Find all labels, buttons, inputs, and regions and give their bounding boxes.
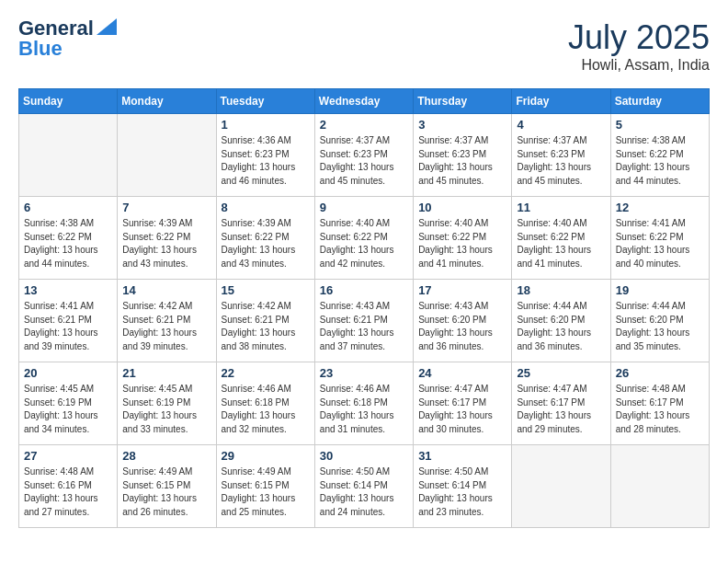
calendar-cell	[118, 114, 216, 197]
calendar-cell: 2Sunrise: 4:37 AMSunset: 6:23 PMDaylight…	[314, 114, 413, 197]
weekday-friday: Friday	[512, 89, 610, 114]
cell-info: Sunrise: 4:39 AMSunset: 6:22 PMDaylight:…	[122, 217, 210, 270]
title-block: July 2025 Howli, Assam, India	[568, 18, 710, 74]
cell-info: Sunrise: 4:44 AMSunset: 6:20 PMDaylight:…	[616, 300, 704, 353]
cell-info: Sunrise: 4:36 AMSunset: 6:23 PMDaylight:…	[222, 134, 310, 188]
day-number: 14	[122, 283, 210, 297]
calendar-cell: 31Sunrise: 4:50 AMSunset: 6:14 PMDayligh…	[414, 445, 512, 528]
day-number: 18	[517, 283, 605, 297]
day-number: 22	[222, 366, 310, 380]
calendar-cell: 16Sunrise: 4:43 AMSunset: 6:21 PMDayligh…	[314, 280, 413, 362]
calendar-cell: 23Sunrise: 4:46 AMSunset: 6:18 PMDayligh…	[314, 362, 413, 445]
calendar-cell: 19Sunrise: 4:44 AMSunset: 6:20 PMDayligh…	[610, 280, 709, 362]
cell-info: Sunrise: 4:39 AMSunset: 6:22 PMDaylight:…	[222, 217, 310, 270]
day-number: 24	[418, 366, 506, 380]
cell-info: Sunrise: 4:48 AMSunset: 6:16 PMDaylight:…	[24, 465, 112, 519]
calendar-cell: 26Sunrise: 4:48 AMSunset: 6:17 PMDayligh…	[610, 362, 709, 445]
week-row-5: 27Sunrise: 4:48 AMSunset: 6:16 PMDayligh…	[19, 445, 710, 528]
day-number: 2	[320, 118, 408, 132]
calendar-cell: 18Sunrise: 4:44 AMSunset: 6:20 PMDayligh…	[512, 280, 610, 362]
calendar-cell: 14Sunrise: 4:42 AMSunset: 6:21 PMDayligh…	[118, 280, 216, 362]
calendar-cell: 21Sunrise: 4:45 AMSunset: 6:19 PMDayligh…	[118, 362, 216, 445]
cell-info: Sunrise: 4:43 AMSunset: 6:20 PMDaylight:…	[418, 300, 506, 353]
calendar-cell	[512, 445, 610, 528]
cell-info: Sunrise: 4:50 AMSunset: 6:14 PMDaylight:…	[320, 465, 408, 519]
cell-info: Sunrise: 4:47 AMSunset: 6:17 PMDaylight:…	[418, 383, 506, 436]
calendar-cell: 20Sunrise: 4:45 AMSunset: 6:19 PMDayligh…	[19, 362, 118, 445]
day-number: 4	[517, 118, 605, 132]
calendar-cell: 6Sunrise: 4:38 AMSunset: 6:22 PMDaylight…	[19, 197, 118, 280]
calendar-cell: 15Sunrise: 4:42 AMSunset: 6:21 PMDayligh…	[216, 280, 314, 362]
cell-info: Sunrise: 4:49 AMSunset: 6:15 PMDaylight:…	[222, 465, 310, 519]
day-number: 3	[418, 118, 506, 132]
cell-info: Sunrise: 4:50 AMSunset: 6:14 PMDaylight:…	[418, 465, 506, 519]
week-row-4: 20Sunrise: 4:45 AMSunset: 6:19 PMDayligh…	[19, 362, 710, 445]
cell-info: Sunrise: 4:46 AMSunset: 6:18 PMDaylight:…	[320, 383, 408, 436]
weekday-sunday: Sunday	[19, 89, 118, 114]
cell-info: Sunrise: 4:38 AMSunset: 6:22 PMDaylight:…	[616, 134, 704, 188]
calendar-cell: 28Sunrise: 4:49 AMSunset: 6:15 PMDayligh…	[118, 445, 216, 528]
calendar-cell: 1Sunrise: 4:36 AMSunset: 6:23 PMDaylight…	[216, 114, 314, 197]
cell-info: Sunrise: 4:42 AMSunset: 6:21 PMDaylight:…	[122, 300, 210, 353]
cell-info: Sunrise: 4:40 AMSunset: 6:22 PMDaylight:…	[517, 217, 605, 270]
logo: General Blue	[18, 18, 117, 59]
cell-info: Sunrise: 4:45 AMSunset: 6:19 PMDaylight:…	[122, 383, 210, 436]
day-number: 7	[122, 201, 210, 214]
cell-info: Sunrise: 4:38 AMSunset: 6:22 PMDaylight:…	[24, 217, 112, 270]
calendar-cell: 8Sunrise: 4:39 AMSunset: 6:22 PMDaylight…	[216, 197, 314, 280]
calendar-table: SundayMondayTuesdayWednesdayThursdayFrid…	[18, 88, 710, 528]
day-number: 23	[320, 366, 408, 380]
week-row-1: 1Sunrise: 4:36 AMSunset: 6:23 PMDaylight…	[19, 114, 710, 197]
day-number: 8	[222, 201, 310, 214]
calendar-cell: 5Sunrise: 4:38 AMSunset: 6:22 PMDaylight…	[610, 114, 709, 197]
cell-info: Sunrise: 4:37 AMSunset: 6:23 PMDaylight:…	[517, 134, 605, 188]
cell-info: Sunrise: 4:41 AMSunset: 6:21 PMDaylight:…	[24, 300, 112, 353]
day-number: 21	[122, 366, 210, 380]
day-number: 26	[616, 366, 704, 380]
weekday-monday: Monday	[118, 89, 216, 114]
week-row-3: 13Sunrise: 4:41 AMSunset: 6:21 PMDayligh…	[19, 280, 710, 362]
weekday-header-row: SundayMondayTuesdayWednesdayThursdayFrid…	[19, 89, 710, 114]
cell-info: Sunrise: 4:37 AMSunset: 6:23 PMDaylight:…	[418, 134, 506, 188]
calendar-cell: 17Sunrise: 4:43 AMSunset: 6:20 PMDayligh…	[414, 280, 512, 362]
svg-marker-0	[97, 18, 117, 35]
calendar-cell	[610, 445, 709, 528]
logo-icon	[97, 18, 117, 35]
day-number: 6	[24, 201, 112, 214]
logo-blue: Blue	[18, 39, 63, 59]
month-title: July 2025	[568, 18, 710, 57]
cell-info: Sunrise: 4:44 AMSunset: 6:20 PMDaylight:…	[517, 300, 605, 353]
day-number: 31	[418, 449, 506, 463]
day-number: 19	[616, 283, 704, 297]
calendar-cell: 13Sunrise: 4:41 AMSunset: 6:21 PMDayligh…	[19, 280, 118, 362]
weekday-saturday: Saturday	[610, 89, 709, 114]
day-number: 9	[320, 201, 408, 214]
calendar-cell: 11Sunrise: 4:40 AMSunset: 6:22 PMDayligh…	[512, 197, 610, 280]
day-number: 16	[320, 283, 408, 297]
day-number: 29	[222, 449, 310, 463]
day-number: 28	[122, 449, 210, 463]
calendar-cell: 9Sunrise: 4:40 AMSunset: 6:22 PMDaylight…	[314, 197, 413, 280]
day-number: 17	[418, 283, 506, 297]
calendar-cell: 10Sunrise: 4:40 AMSunset: 6:22 PMDayligh…	[414, 197, 512, 280]
cell-info: Sunrise: 4:48 AMSunset: 6:17 PMDaylight:…	[616, 383, 704, 436]
cell-info: Sunrise: 4:40 AMSunset: 6:22 PMDaylight:…	[320, 217, 408, 270]
weekday-thursday: Thursday	[414, 89, 512, 114]
calendar-cell: 24Sunrise: 4:47 AMSunset: 6:17 PMDayligh…	[414, 362, 512, 445]
calendar-cell	[19, 114, 118, 197]
location-subtitle: Howli, Assam, India	[568, 57, 710, 74]
day-number: 20	[24, 366, 112, 380]
cell-info: Sunrise: 4:47 AMSunset: 6:17 PMDaylight:…	[517, 383, 605, 436]
cell-info: Sunrise: 4:40 AMSunset: 6:22 PMDaylight:…	[418, 217, 506, 270]
calendar-cell: 4Sunrise: 4:37 AMSunset: 6:23 PMDaylight…	[512, 114, 610, 197]
logo-general: General	[18, 18, 94, 39]
day-number: 1	[222, 118, 310, 132]
calendar-cell: 25Sunrise: 4:47 AMSunset: 6:17 PMDayligh…	[512, 362, 610, 445]
cell-info: Sunrise: 4:49 AMSunset: 6:15 PMDaylight:…	[122, 465, 210, 519]
day-number: 13	[24, 283, 112, 297]
weekday-tuesday: Tuesday	[216, 89, 314, 114]
cell-info: Sunrise: 4:41 AMSunset: 6:22 PMDaylight:…	[616, 217, 704, 270]
day-number: 12	[616, 201, 704, 214]
calendar-cell: 30Sunrise: 4:50 AMSunset: 6:14 PMDayligh…	[314, 445, 413, 528]
cell-info: Sunrise: 4:37 AMSunset: 6:23 PMDaylight:…	[320, 134, 408, 188]
